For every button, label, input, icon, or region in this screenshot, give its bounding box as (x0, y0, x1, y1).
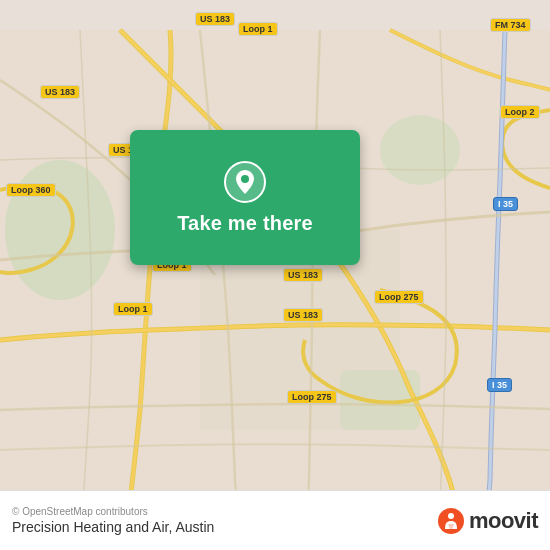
map-container: FM 734 US 183 Loop 1 Loop 2 US 183 US 18… (0, 0, 550, 550)
location-pin-icon (223, 160, 267, 204)
road-badge-us183-lower2: US 183 (283, 308, 323, 322)
road-badge-i35-top: I 35 (493, 197, 518, 211)
bottom-bar: © OpenStreetMap contributors Precision H… (0, 490, 550, 550)
map-svg (0, 0, 550, 550)
attribution-text: © OpenStreetMap contributors (12, 506, 214, 517)
svg-point-2 (380, 115, 460, 185)
moovit-text: moovit (469, 508, 538, 534)
road-badge-fm734: FM 734 (490, 18, 531, 32)
place-name: Precision Heating and Air, Austin (12, 519, 214, 535)
take-me-there-label: Take me there (177, 212, 313, 235)
bottom-left-info: © OpenStreetMap contributors Precision H… (12, 506, 214, 535)
moovit-logo: moovit (437, 507, 538, 535)
take-me-there-card[interactable]: Take me there (130, 130, 360, 265)
svg-point-1 (5, 160, 115, 300)
road-badge-i35-lower: I 35 (487, 378, 512, 392)
road-badge-us183-lower1: US 183 (283, 268, 323, 282)
road-badge-us183-top: US 183 (195, 12, 235, 26)
svg-point-6 (241, 175, 249, 183)
road-badge-loop1-lower: Loop 1 (113, 302, 153, 316)
road-badge-loop275-lower: Loop 275 (287, 390, 337, 404)
road-badge-loop2: Loop 2 (500, 105, 540, 119)
road-badge-loop1-top: Loop 1 (238, 22, 278, 36)
svg-point-8 (448, 513, 454, 519)
road-badge-us183-left: US 183 (40, 85, 80, 99)
moovit-brand-icon (437, 507, 465, 535)
road-badge-loop275-right: Loop 275 (374, 290, 424, 304)
road-badge-loop360: Loop 360 (6, 183, 56, 197)
